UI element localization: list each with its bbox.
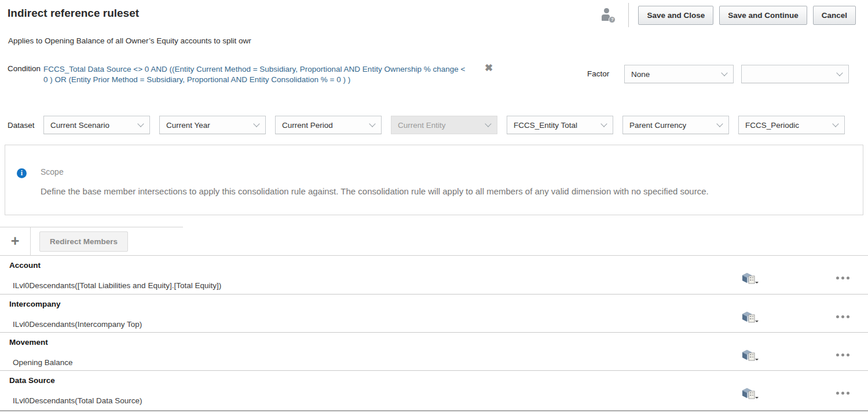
- redirect-members-button[interactable]: Redirect Members: [39, 231, 128, 252]
- save-and-continue-button[interactable]: Save and Continue: [719, 6, 807, 25]
- header-divider: [628, 3, 629, 27]
- scope-title: Scope: [41, 167, 64, 176]
- member-selector-icon[interactable]: [742, 387, 759, 400]
- dot: [836, 354, 839, 356]
- table-row-intercompany: Intercompany ILvl0Descendants(Intercompa…: [0, 294, 868, 333]
- dimension-name: Account: [9, 261, 41, 270]
- entity-select-disabled: Current Entity: [391, 116, 497, 134]
- condition-expression[interactable]: FCCS_Total Data Source <> 0 AND ((Entity…: [43, 64, 485, 84]
- tab-strip: + Redirect Members: [0, 227, 183, 255]
- chevron-down-icon: [485, 120, 491, 127]
- dot: [847, 392, 849, 395]
- dataset-selects: Current Scenario Current Year Current Pe…: [43, 116, 845, 134]
- factor-label: Factor: [587, 69, 609, 78]
- table-row-movement: Movement Opening Balance: [0, 333, 868, 371]
- dimension-table: Account ILvl0Descendants([Total Liabilit…: [0, 255, 868, 411]
- dimension-member: Opening Balance: [13, 358, 73, 367]
- member-selector-icon[interactable]: [742, 349, 759, 362]
- currency-select[interactable]: Parent Currency: [622, 116, 729, 134]
- dataset-label: Dataset: [8, 121, 35, 130]
- view-select-value: FCCS_Periodic: [745, 121, 799, 130]
- dot: [841, 354, 844, 356]
- dimension-name: Movement: [9, 338, 48, 347]
- save-and-close-button[interactable]: Save and Close: [638, 6, 713, 25]
- chevron-down-icon: [369, 120, 375, 127]
- currency-select-value: Parent Currency: [629, 121, 686, 130]
- dot: [847, 315, 849, 318]
- row-actions-ellipsis[interactable]: [836, 315, 849, 318]
- scope-info-panel: i Scope Define the base member intersect…: [5, 145, 863, 215]
- member-selector-icon[interactable]: [742, 311, 759, 323]
- chevron-down-icon: [836, 69, 843, 76]
- period-select[interactable]: Current Period: [275, 116, 382, 134]
- row-actions-ellipsis[interactable]: [836, 354, 849, 356]
- dot: [841, 315, 844, 318]
- chevron-down-icon: [600, 120, 607, 127]
- dot: [847, 277, 849, 279]
- user-permission-icon[interactable]: ?: [600, 8, 616, 23]
- year-select[interactable]: Current Year: [159, 116, 266, 134]
- dot: [841, 277, 844, 279]
- dot: [836, 277, 839, 279]
- period-select-value: Current Period: [282, 121, 333, 130]
- scenario-select-value: Current Scenario: [50, 121, 109, 130]
- scope-description: Define the base member intersections to …: [41, 186, 709, 196]
- dimension-member: ILvl0Descendants(Intercompany Top): [13, 320, 142, 329]
- member-selector-icon[interactable]: [742, 272, 759, 285]
- dot: [836, 315, 839, 318]
- factor-secondary-select[interactable]: [741, 65, 849, 83]
- info-icon: i: [17, 168, 27, 178]
- page-title: Indirect reference ruleset: [8, 7, 139, 20]
- dimension-member: ILvl0Descendants(Total Data Source): [13, 396, 142, 405]
- user-head-shape: [604, 8, 609, 13]
- applies-to-text: Applies to Opening Balance of all Owner’…: [8, 36, 251, 45]
- dimension-name: Intercompany: [9, 300, 61, 308]
- condition-line-1: FCCS_Total Data Source <> 0 AND ((Entity…: [43, 64, 485, 75]
- year-select-value: Current Year: [166, 121, 210, 130]
- view-select[interactable]: FCCS_Periodic: [738, 116, 845, 134]
- table-row-account: Account ILvl0Descendants([Total Liabilit…: [0, 256, 868, 294]
- row-actions-ellipsis[interactable]: [836, 392, 849, 395]
- chevron-down-icon: [253, 120, 259, 127]
- cancel-button[interactable]: Cancel: [813, 6, 856, 25]
- consolidation-select[interactable]: FCCS_Entity Total: [507, 116, 613, 134]
- table-row-data-source: Data Source ILvl0Descendants(Total Data …: [0, 371, 868, 411]
- chevron-down-icon: [137, 120, 144, 127]
- indirect-reference-ruleset-page: Indirect reference ruleset ? Save and Cl…: [0, 0, 868, 416]
- row-actions-ellipsis[interactable]: [836, 277, 849, 279]
- question-badge-icon: ?: [609, 16, 616, 23]
- condition-label: Condition: [8, 64, 41, 73]
- condition-line-2: 0 ) OR (Entity Prior Method = Subsidiary…: [43, 75, 485, 85]
- chevron-down-icon: [721, 69, 727, 76]
- dimension-name: Data Source: [9, 376, 55, 385]
- header-actions: ? Save and Close Save and Continue Cance…: [600, 3, 856, 27]
- dimension-member: ILvl0Descendants([Total Liabilities and …: [13, 281, 221, 290]
- dot: [841, 392, 844, 395]
- factor-select[interactable]: None: [624, 65, 734, 83]
- dot: [836, 392, 839, 395]
- chevron-down-icon: [832, 120, 838, 127]
- chevron-down-icon: [716, 120, 723, 127]
- scenario-select[interactable]: Current Scenario: [43, 116, 150, 134]
- consolidation-select-value: FCCS_Entity Total: [514, 121, 577, 130]
- entity-select-value: Current Entity: [398, 121, 446, 130]
- add-row-button[interactable]: +: [0, 227, 30, 255]
- remove-condition-icon[interactable]: ✖: [485, 62, 493, 74]
- tabstrip-divider: [30, 227, 31, 255]
- dot: [847, 354, 849, 356]
- factor-select-value: None: [631, 70, 650, 79]
